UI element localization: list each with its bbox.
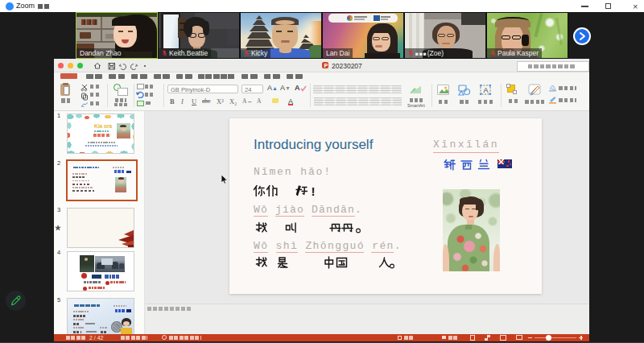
svg-text:A: A	[484, 86, 489, 94]
svg-text:!: !	[312, 184, 316, 198]
